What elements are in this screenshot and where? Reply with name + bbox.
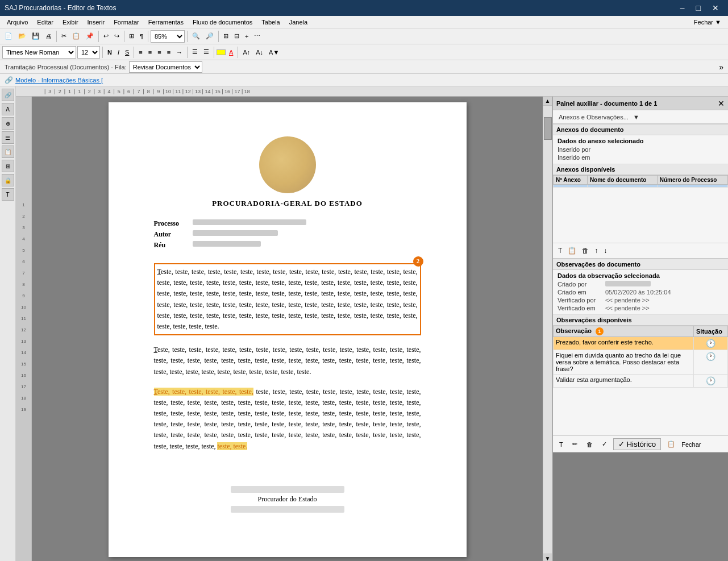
obs-row-1[interactable]: Fiquei em duvida quanto ao trecho da lei… <box>554 350 728 375</box>
numbered-list-button[interactable]: ☰ <box>201 47 211 57</box>
menu-formatar[interactable]: Formatar <box>109 18 144 27</box>
columns-button[interactable]: ⊟ <box>232 31 242 41</box>
paste-button[interactable]: 📌 <box>84 31 96 41</box>
format-sep-4 <box>214 47 214 58</box>
italic-button[interactable]: I <box>115 47 122 57</box>
sidebar-icon-5[interactable]: 📋 <box>2 146 14 158</box>
delete-annex-button[interactable]: 🗑 <box>580 245 590 256</box>
menu-editar[interactable]: Editar <box>32 18 58 27</box>
font-color-button[interactable]: A <box>227 47 235 57</box>
undo-button[interactable]: ↩ <box>101 31 111 41</box>
toolbar-1: 📄 📂 💾 🖨 ✂ 📋 📌 ↩ ↪ ⊞ ¶ 85% 🔍 🔎 ⊞ ⊟ + ⋯ <box>0 28 728 44</box>
align-right-button[interactable]: ≡ <box>155 47 163 57</box>
scroll-thumb[interactable] <box>544 117 552 140</box>
breadcrumb-select[interactable]: Revisar Documentos <box>129 61 202 73</box>
menu-janela[interactable]: Janela <box>285 18 312 27</box>
print-button[interactable]: 🖨 <box>43 31 54 41</box>
menu-fluxo[interactable]: Fluxo de documentos <box>188 18 257 27</box>
sidebar-icon-7[interactable]: 🔒 <box>2 174 14 186</box>
obs-delete-button[interactable]: 🗑 <box>584 439 596 450</box>
obs-situation-0: 🕐 <box>694 337 728 350</box>
obs-row-2[interactable]: Validar esta argumentação.🕐 <box>554 375 728 388</box>
decrease-font-button[interactable]: A↓ <box>253 47 265 57</box>
menu-tabela[interactable]: Tabela <box>257 18 284 27</box>
paragraph-button[interactable]: ¶ <box>138 31 145 41</box>
historico-button[interactable]: ✓ Histórico <box>613 438 662 450</box>
align-left-button[interactable]: ≡ <box>136 47 144 57</box>
table-button[interactable]: ⊞ <box>127 31 136 41</box>
obs-edit-button[interactable]: ✏ <box>569 439 580 450</box>
more-options-button[interactable]: ⋯ <box>252 31 263 41</box>
cut-button[interactable]: ✂ <box>59 31 69 41</box>
annexes-toolbar: T 📋 🗑 ↑ ↓ <box>553 243 728 259</box>
menu-ferramentas[interactable]: Ferramentas <box>144 18 188 27</box>
highlighted-text-block: 2 Teste, teste, teste, teste, teste, tes… <box>154 263 421 335</box>
ruler-num-4: 4 <box>16 233 31 244</box>
sidebar-icon-3[interactable]: ⊕ <box>2 117 14 130</box>
sidebar-icon-1[interactable]: 🔗 <box>2 89 14 101</box>
panel-menu-arrow[interactable]: ▼ <box>631 113 642 122</box>
annexes-section-title: Anexos do documento <box>553 124 728 135</box>
maximize-button[interactable]: □ <box>692 2 705 14</box>
align-center-button[interactable]: ≡ <box>146 47 154 57</box>
highlight-button[interactable] <box>217 49 226 55</box>
redo-button[interactable]: ↪ <box>112 31 122 41</box>
sidebar-icon-2[interactable]: A <box>2 103 14 115</box>
obs-row-0[interactable]: Prezado, favor conferir este trecho.🕐 <box>554 337 728 350</box>
footer-subtitle <box>231 506 344 513</box>
add-annex-button[interactable]: T <box>556 245 564 256</box>
menu-inserir[interactable]: Inserir <box>83 18 110 27</box>
document-scroll[interactable]: PROCURADORIA-GERAL DO ESTADO Processo Au… <box>32 97 543 561</box>
ruler-num-16: 16 <box>16 369 31 381</box>
panel-title: Painel auxiliar - documento 1 de 1 <box>556 100 657 107</box>
new-doc-button[interactable]: 📄 <box>2 31 15 41</box>
font-size-select[interactable]: 12 <box>77 46 100 59</box>
minimize-button[interactable]: – <box>676 2 689 14</box>
find-button[interactable]: 🔍 <box>190 31 202 41</box>
created-by-value <box>605 281 651 286</box>
move-down-button[interactable]: ↓ <box>602 245 609 256</box>
created-by-field: Criado por <box>558 280 723 288</box>
panel-menu-annexes[interactable]: Anexos e Observações... <box>556 113 631 122</box>
annexes-table-area[interactable]: Nº Anexo Nome do documento Número do Pro… <box>553 175 728 243</box>
menu-exibir[interactable]: Exibir <box>58 18 83 27</box>
breadcrumb-expand-icon[interactable]: » <box>719 63 723 72</box>
sidebar-icon-4[interactable]: ☰ <box>2 131 14 144</box>
insert-row-button[interactable]: + <box>243 31 251 41</box>
sidebar-icon-8[interactable]: T <box>2 188 14 201</box>
copy-annex-button[interactable]: 📋 <box>566 245 578 256</box>
open-button[interactable]: 📂 <box>16 31 28 41</box>
insert-table-button[interactable]: ⊞ <box>221 31 231 41</box>
model-bar: 🔗 Modelo - Informações Básicas [ <box>0 74 728 86</box>
scroll-up-button[interactable]: ▲ <box>543 97 552 106</box>
indent-button[interactable]: → <box>174 47 185 57</box>
observations-list[interactable]: Observação 1 Situação Prezado, favor con… <box>553 326 728 435</box>
right-scrollbar[interactable]: ▲ ▼ <box>543 97 552 561</box>
scroll-down-button[interactable]: ▼ <box>543 554 552 561</box>
panel-close-button[interactable]: ✕ <box>718 99 725 108</box>
obs-verify-button[interactable]: ✓ <box>599 439 610 450</box>
annexes-selected-row[interactable] <box>554 185 728 188</box>
find-replace-button[interactable]: 🔎 <box>203 31 216 41</box>
obs-tab-button[interactable]: 📋 <box>664 439 678 450</box>
bold-button[interactable]: N <box>105 47 114 57</box>
panel-fechar-button[interactable]: Fechar <box>681 441 701 448</box>
font-options-button[interactable]: A▼ <box>267 47 281 57</box>
move-up-button[interactable]: ↑ <box>593 245 600 256</box>
zoom-select[interactable]: 85% <box>151 30 185 43</box>
font-select[interactable]: Times New Roman <box>2 46 76 59</box>
bullet-list-button[interactable]: ☰ <box>190 47 200 57</box>
copy-button[interactable]: 📋 <box>70 31 82 41</box>
increase-font-button[interactable]: A↑ <box>240 47 252 57</box>
underline-button[interactable]: S <box>123 47 131 57</box>
obs-add-button[interactable]: T <box>556 439 566 450</box>
ruler-area: | 3 | 2 | 1 | 1 | 2 | 3 | 4 | 5 | 6 | 7 … <box>16 86 728 561</box>
menu-fechar[interactable]: Fechar ▼ <box>689 18 726 27</box>
align-justify-button[interactable]: ≡ <box>165 47 173 57</box>
reu-label: Réu <box>154 241 188 250</box>
close-button[interactable]: ✕ <box>708 2 723 14</box>
save-button[interactable]: 💾 <box>30 31 42 41</box>
sidebar-icon-6[interactable]: ⊞ <box>2 160 14 172</box>
menu-arquivo[interactable]: Arquivo <box>2 18 32 27</box>
model-link[interactable]: Modelo - Informações Básicas [ <box>15 77 103 84</box>
